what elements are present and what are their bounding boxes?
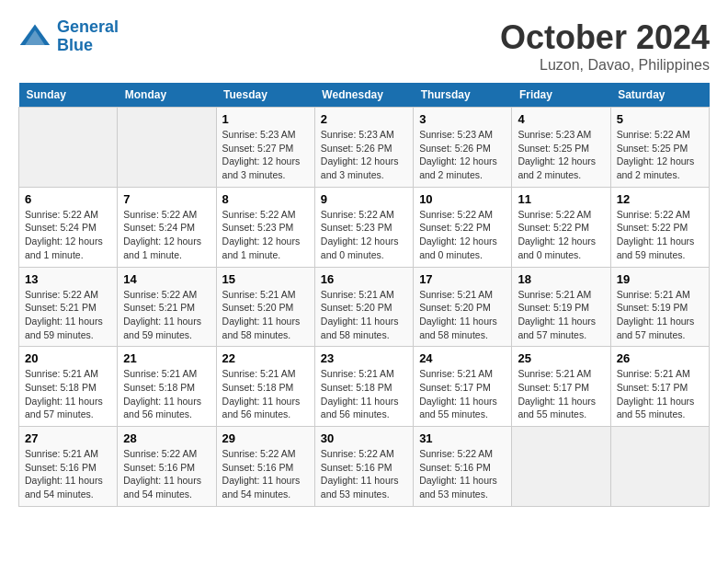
day-info: Sunrise: 5:21 AM Sunset: 5:19 PM Dayligh… xyxy=(518,288,604,342)
page-title: October 2024 xyxy=(500,18,710,57)
day-number: 24 xyxy=(419,351,506,365)
day-number: 23 xyxy=(321,351,407,365)
day-info: Sunrise: 5:22 AM Sunset: 5:22 PM Dayligh… xyxy=(617,208,703,262)
day-number: 30 xyxy=(321,431,407,445)
page-header: General Blue October 2024 Luzon, Davao, … xyxy=(18,18,710,74)
calendar-cell: 31Sunrise: 5:22 AM Sunset: 5:16 PM Dayli… xyxy=(414,427,512,507)
day-number: 13 xyxy=(25,272,111,286)
calendar-cell: 21Sunrise: 5:21 AM Sunset: 5:18 PM Dayli… xyxy=(118,347,216,427)
day-number: 21 xyxy=(123,351,210,365)
calendar-cell: 27Sunrise: 5:21 AM Sunset: 5:16 PM Dayli… xyxy=(19,427,118,507)
calendar-cell: 30Sunrise: 5:22 AM Sunset: 5:16 PM Dayli… xyxy=(314,427,413,507)
logo-icon xyxy=(18,20,51,53)
calendar-cell: 16Sunrise: 5:21 AM Sunset: 5:20 PM Dayli… xyxy=(314,267,413,347)
day-number: 20 xyxy=(25,351,111,365)
calendar-cell: 9Sunrise: 5:22 AM Sunset: 5:23 PM Daylig… xyxy=(314,187,413,267)
calendar-cell: 26Sunrise: 5:21 AM Sunset: 5:17 PM Dayli… xyxy=(610,347,709,427)
calendar-week-row: 1Sunrise: 5:23 AM Sunset: 5:27 PM Daylig… xyxy=(19,108,710,188)
day-info: Sunrise: 5:21 AM Sunset: 5:17 PM Dayligh… xyxy=(617,367,703,421)
day-info: Sunrise: 5:22 AM Sunset: 5:22 PM Dayligh… xyxy=(419,208,506,262)
calendar-cell: 10Sunrise: 5:22 AM Sunset: 5:22 PM Dayli… xyxy=(414,187,512,267)
calendar-week-row: 6Sunrise: 5:22 AM Sunset: 5:24 PM Daylig… xyxy=(19,187,710,267)
day-info: Sunrise: 5:21 AM Sunset: 5:18 PM Dayligh… xyxy=(321,367,407,421)
calendar-cell: 3Sunrise: 5:23 AM Sunset: 5:26 PM Daylig… xyxy=(414,108,512,188)
calendar-cell: 28Sunrise: 5:22 AM Sunset: 5:16 PM Dayli… xyxy=(118,427,216,507)
day-number: 27 xyxy=(25,431,111,445)
day-number: 15 xyxy=(222,272,309,286)
day-info: Sunrise: 5:23 AM Sunset: 5:25 PM Dayligh… xyxy=(518,128,604,182)
day-info: Sunrise: 5:21 AM Sunset: 5:20 PM Dayligh… xyxy=(321,288,407,342)
weekday-header: Sunday xyxy=(19,83,118,108)
calendar-cell: 4Sunrise: 5:23 AM Sunset: 5:25 PM Daylig… xyxy=(512,108,610,188)
day-number: 8 xyxy=(222,192,309,206)
day-info: Sunrise: 5:21 AM Sunset: 5:16 PM Dayligh… xyxy=(25,447,111,501)
calendar-cell: 8Sunrise: 5:22 AM Sunset: 5:23 PM Daylig… xyxy=(216,187,314,267)
calendar-cell xyxy=(512,427,610,507)
day-number: 19 xyxy=(617,272,703,286)
calendar-cell: 11Sunrise: 5:22 AM Sunset: 5:22 PM Dayli… xyxy=(512,187,610,267)
day-info: Sunrise: 5:23 AM Sunset: 5:27 PM Dayligh… xyxy=(222,128,309,182)
day-info: Sunrise: 5:22 AM Sunset: 5:16 PM Dayligh… xyxy=(419,447,506,501)
day-number: 17 xyxy=(419,272,506,286)
calendar-cell: 17Sunrise: 5:21 AM Sunset: 5:20 PM Dayli… xyxy=(414,267,512,347)
calendar-cell: 2Sunrise: 5:23 AM Sunset: 5:26 PM Daylig… xyxy=(314,108,413,188)
calendar-week-row: 13Sunrise: 5:22 AM Sunset: 5:21 PM Dayli… xyxy=(19,267,710,347)
day-number: 9 xyxy=(321,192,407,206)
weekday-header: Monday xyxy=(118,83,216,108)
page-subtitle: Luzon, Davao, Philippines xyxy=(500,57,710,74)
day-number: 3 xyxy=(419,112,506,126)
day-info: Sunrise: 5:22 AM Sunset: 5:23 PM Dayligh… xyxy=(321,208,407,262)
day-number: 14 xyxy=(123,272,210,286)
day-info: Sunrise: 5:22 AM Sunset: 5:16 PM Dayligh… xyxy=(123,447,210,501)
day-info: Sunrise: 5:21 AM Sunset: 5:20 PM Dayligh… xyxy=(222,288,309,342)
day-info: Sunrise: 5:22 AM Sunset: 5:22 PM Dayligh… xyxy=(518,208,604,262)
logo-text: General Blue xyxy=(57,18,119,55)
day-info: Sunrise: 5:22 AM Sunset: 5:25 PM Dayligh… xyxy=(617,128,703,182)
weekday-header: Tuesday xyxy=(216,83,314,108)
weekday-header: Thursday xyxy=(414,83,512,108)
day-info: Sunrise: 5:21 AM Sunset: 5:18 PM Dayligh… xyxy=(25,367,111,421)
calendar-cell: 24Sunrise: 5:21 AM Sunset: 5:17 PM Dayli… xyxy=(414,347,512,427)
title-block: October 2024 Luzon, Davao, Philippines xyxy=(500,18,710,74)
day-number: 11 xyxy=(518,192,604,206)
calendar-cell: 13Sunrise: 5:22 AM Sunset: 5:21 PM Dayli… xyxy=(19,267,118,347)
calendar-cell: 23Sunrise: 5:21 AM Sunset: 5:18 PM Dayli… xyxy=(314,347,413,427)
day-info: Sunrise: 5:22 AM Sunset: 5:21 PM Dayligh… xyxy=(25,288,111,342)
day-info: Sunrise: 5:22 AM Sunset: 5:23 PM Dayligh… xyxy=(222,208,309,262)
day-number: 22 xyxy=(222,351,309,365)
day-info: Sunrise: 5:21 AM Sunset: 5:17 PM Dayligh… xyxy=(518,367,604,421)
calendar-cell: 29Sunrise: 5:22 AM Sunset: 5:16 PM Dayli… xyxy=(216,427,314,507)
day-info: Sunrise: 5:22 AM Sunset: 5:21 PM Dayligh… xyxy=(123,288,210,342)
calendar-cell: 22Sunrise: 5:21 AM Sunset: 5:18 PM Dayli… xyxy=(216,347,314,427)
day-info: Sunrise: 5:22 AM Sunset: 5:16 PM Dayligh… xyxy=(222,447,309,501)
calendar-week-row: 20Sunrise: 5:21 AM Sunset: 5:18 PM Dayli… xyxy=(19,347,710,427)
calendar-cell xyxy=(19,108,118,188)
day-info: Sunrise: 5:21 AM Sunset: 5:20 PM Dayligh… xyxy=(419,288,506,342)
weekday-header-row: SundayMondayTuesdayWednesdayThursdayFrid… xyxy=(19,83,710,108)
calendar-cell: 5Sunrise: 5:22 AM Sunset: 5:25 PM Daylig… xyxy=(610,108,709,188)
weekday-header: Saturday xyxy=(610,83,709,108)
weekday-header: Friday xyxy=(512,83,610,108)
day-info: Sunrise: 5:21 AM Sunset: 5:19 PM Dayligh… xyxy=(617,288,703,342)
day-info: Sunrise: 5:22 AM Sunset: 5:24 PM Dayligh… xyxy=(25,208,111,262)
day-number: 12 xyxy=(617,192,703,206)
day-info: Sunrise: 5:22 AM Sunset: 5:16 PM Dayligh… xyxy=(321,447,407,501)
day-number: 2 xyxy=(321,112,407,126)
day-info: Sunrise: 5:23 AM Sunset: 5:26 PM Dayligh… xyxy=(419,128,506,182)
day-info: Sunrise: 5:21 AM Sunset: 5:17 PM Dayligh… xyxy=(419,367,506,421)
weekday-header: Wednesday xyxy=(314,83,413,108)
day-number: 16 xyxy=(321,272,407,286)
day-info: Sunrise: 5:23 AM Sunset: 5:26 PM Dayligh… xyxy=(321,128,407,182)
day-number: 25 xyxy=(518,351,604,365)
day-number: 10 xyxy=(419,192,506,206)
calendar-week-row: 27Sunrise: 5:21 AM Sunset: 5:16 PM Dayli… xyxy=(19,427,710,507)
day-info: Sunrise: 5:21 AM Sunset: 5:18 PM Dayligh… xyxy=(222,367,309,421)
calendar-cell xyxy=(118,108,216,188)
calendar-cell: 15Sunrise: 5:21 AM Sunset: 5:20 PM Dayli… xyxy=(216,267,314,347)
calendar-cell: 25Sunrise: 5:21 AM Sunset: 5:17 PM Dayli… xyxy=(512,347,610,427)
day-number: 5 xyxy=(617,112,703,126)
calendar-table: SundayMondayTuesdayWednesdayThursdayFrid… xyxy=(18,83,710,507)
calendar-cell: 14Sunrise: 5:22 AM Sunset: 5:21 PM Dayli… xyxy=(118,267,216,347)
day-info: Sunrise: 5:21 AM Sunset: 5:18 PM Dayligh… xyxy=(123,367,210,421)
day-number: 31 xyxy=(419,431,506,445)
